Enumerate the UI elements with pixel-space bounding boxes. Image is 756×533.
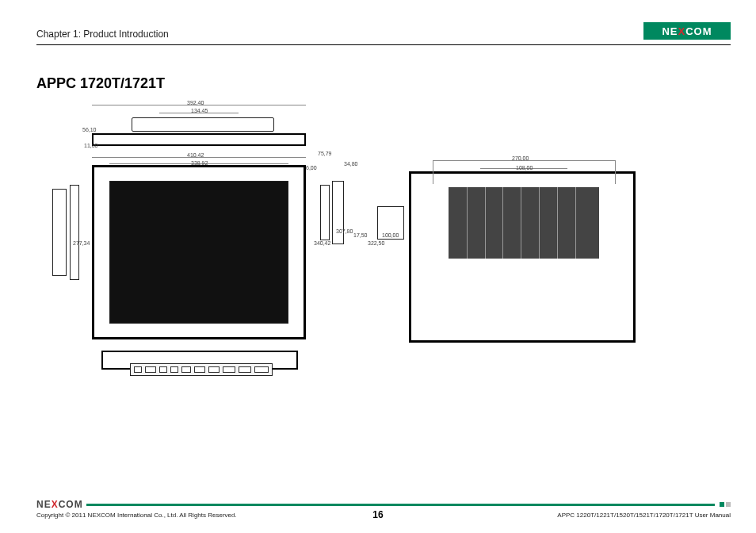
brand-logo: NEXCOM	[643, 22, 731, 40]
dim-6: 6,00	[306, 165, 317, 171]
dim-100: 100,00	[382, 232, 399, 238]
dim-277: 277,34	[73, 240, 90, 246]
dim-340: 340,42	[314, 240, 330, 246]
dim-322: 322,50	[368, 240, 384, 246]
dim-75: 75,79	[318, 151, 332, 156]
dim-34: 34,80	[344, 161, 358, 167]
section-title: APPC 1720T/1721T	[36, 75, 731, 92]
dim-392: 392,40	[187, 100, 204, 105]
dim-338: 338,92	[191, 160, 208, 166]
dim-17: 17,50	[353, 232, 368, 238]
technical-drawing: 392,40 134,45 56,10 11,80 410,42 338,92 …	[36, 102, 731, 403]
chapter-label: Chapter 1: Product Introduction	[36, 29, 169, 40]
header-rule	[36, 44, 731, 45]
footer-logo: NEXCOM	[36, 499, 83, 510]
dim-134: 134,45	[191, 108, 208, 113]
dim-56: 56,10	[82, 127, 97, 132]
dim-270: 270,00	[512, 155, 529, 161]
dim-307: 307,80	[336, 228, 353, 234]
page-number: 16	[0, 509, 756, 520]
dim-11: 11,80	[84, 143, 98, 148]
dim-108: 108,00	[516, 165, 533, 171]
dim-410: 410,42	[187, 152, 204, 158]
